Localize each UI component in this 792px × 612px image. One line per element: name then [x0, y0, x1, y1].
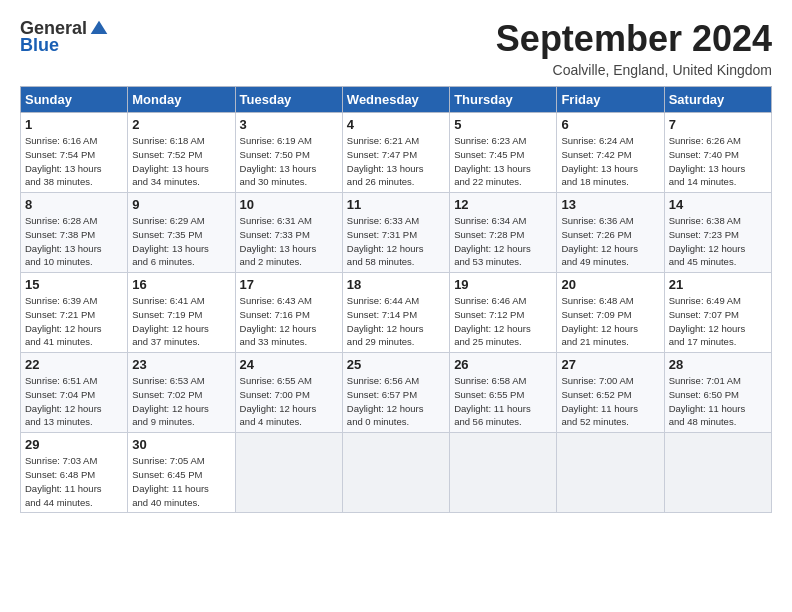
day-number: 26	[454, 357, 552, 372]
svg-marker-0	[91, 20, 108, 33]
day-number: 4	[347, 117, 445, 132]
calendar-cell: 23Sunrise: 6:53 AM Sunset: 7:02 PM Dayli…	[128, 353, 235, 433]
day-info: Sunrise: 6:36 AM Sunset: 7:26 PM Dayligh…	[561, 214, 659, 269]
calendar-cell: 3Sunrise: 6:19 AM Sunset: 7:50 PM Daylig…	[235, 113, 342, 193]
day-number: 14	[669, 197, 767, 212]
calendar-cell	[557, 433, 664, 513]
calendar-cell: 24Sunrise: 6:55 AM Sunset: 7:00 PM Dayli…	[235, 353, 342, 433]
weekday-header-row: SundayMondayTuesdayWednesdayThursdayFrid…	[21, 87, 772, 113]
calendar-cell	[450, 433, 557, 513]
calendar-cell: 16Sunrise: 6:41 AM Sunset: 7:19 PM Dayli…	[128, 273, 235, 353]
day-number: 21	[669, 277, 767, 292]
calendar-table: SundayMondayTuesdayWednesdayThursdayFrid…	[20, 86, 772, 513]
weekday-tuesday: Tuesday	[235, 87, 342, 113]
day-number: 13	[561, 197, 659, 212]
day-info: Sunrise: 6:16 AM Sunset: 7:54 PM Dayligh…	[25, 134, 123, 189]
day-info: Sunrise: 6:24 AM Sunset: 7:42 PM Dayligh…	[561, 134, 659, 189]
day-number: 19	[454, 277, 552, 292]
day-info: Sunrise: 6:53 AM Sunset: 7:02 PM Dayligh…	[132, 374, 230, 429]
day-number: 12	[454, 197, 552, 212]
day-info: Sunrise: 7:03 AM Sunset: 6:48 PM Dayligh…	[25, 454, 123, 509]
calendar-cell: 12Sunrise: 6:34 AM Sunset: 7:28 PM Dayli…	[450, 193, 557, 273]
day-number: 27	[561, 357, 659, 372]
day-info: Sunrise: 7:00 AM Sunset: 6:52 PM Dayligh…	[561, 374, 659, 429]
calendar-cell: 14Sunrise: 6:38 AM Sunset: 7:23 PM Dayli…	[664, 193, 771, 273]
week-row-4: 22Sunrise: 6:51 AM Sunset: 7:04 PM Dayli…	[21, 353, 772, 433]
day-info: Sunrise: 6:58 AM Sunset: 6:55 PM Dayligh…	[454, 374, 552, 429]
calendar-cell: 13Sunrise: 6:36 AM Sunset: 7:26 PM Dayli…	[557, 193, 664, 273]
location: Coalville, England, United Kingdom	[496, 62, 772, 78]
weekday-saturday: Saturday	[664, 87, 771, 113]
calendar-cell: 27Sunrise: 7:00 AM Sunset: 6:52 PM Dayli…	[557, 353, 664, 433]
calendar-cell: 22Sunrise: 6:51 AM Sunset: 7:04 PM Dayli…	[21, 353, 128, 433]
day-number: 23	[132, 357, 230, 372]
week-row-2: 8Sunrise: 6:28 AM Sunset: 7:38 PM Daylig…	[21, 193, 772, 273]
day-number: 24	[240, 357, 338, 372]
day-number: 3	[240, 117, 338, 132]
day-info: Sunrise: 6:34 AM Sunset: 7:28 PM Dayligh…	[454, 214, 552, 269]
day-info: Sunrise: 6:46 AM Sunset: 7:12 PM Dayligh…	[454, 294, 552, 349]
calendar-cell	[235, 433, 342, 513]
day-info: Sunrise: 6:33 AM Sunset: 7:31 PM Dayligh…	[347, 214, 445, 269]
day-number: 17	[240, 277, 338, 292]
week-row-3: 15Sunrise: 6:39 AM Sunset: 7:21 PM Dayli…	[21, 273, 772, 353]
day-info: Sunrise: 6:31 AM Sunset: 7:33 PM Dayligh…	[240, 214, 338, 269]
day-number: 22	[25, 357, 123, 372]
weekday-sunday: Sunday	[21, 87, 128, 113]
day-number: 18	[347, 277, 445, 292]
month-title: September 2024	[496, 18, 772, 60]
day-info: Sunrise: 6:26 AM Sunset: 7:40 PM Dayligh…	[669, 134, 767, 189]
day-number: 29	[25, 437, 123, 452]
day-number: 15	[25, 277, 123, 292]
logo-blue-text: Blue	[20, 35, 59, 56]
day-info: Sunrise: 6:18 AM Sunset: 7:52 PM Dayligh…	[132, 134, 230, 189]
weekday-thursday: Thursday	[450, 87, 557, 113]
day-info: Sunrise: 7:01 AM Sunset: 6:50 PM Dayligh…	[669, 374, 767, 429]
day-number: 30	[132, 437, 230, 452]
calendar-cell: 29Sunrise: 7:03 AM Sunset: 6:48 PM Dayli…	[21, 433, 128, 513]
day-info: Sunrise: 6:49 AM Sunset: 7:07 PM Dayligh…	[669, 294, 767, 349]
calendar-cell: 18Sunrise: 6:44 AM Sunset: 7:14 PM Dayli…	[342, 273, 449, 353]
calendar-cell	[664, 433, 771, 513]
day-info: Sunrise: 6:29 AM Sunset: 7:35 PM Dayligh…	[132, 214, 230, 269]
calendar-cell: 5Sunrise: 6:23 AM Sunset: 7:45 PM Daylig…	[450, 113, 557, 193]
day-number: 6	[561, 117, 659, 132]
day-number: 20	[561, 277, 659, 292]
calendar-cell: 21Sunrise: 6:49 AM Sunset: 7:07 PM Dayli…	[664, 273, 771, 353]
calendar-cell: 6Sunrise: 6:24 AM Sunset: 7:42 PM Daylig…	[557, 113, 664, 193]
day-info: Sunrise: 6:43 AM Sunset: 7:16 PM Dayligh…	[240, 294, 338, 349]
week-row-1: 1Sunrise: 6:16 AM Sunset: 7:54 PM Daylig…	[21, 113, 772, 193]
day-number: 10	[240, 197, 338, 212]
calendar-cell: 17Sunrise: 6:43 AM Sunset: 7:16 PM Dayli…	[235, 273, 342, 353]
calendar-page: General Blue September 2024 Coalville, E…	[0, 0, 792, 612]
calendar-cell: 7Sunrise: 6:26 AM Sunset: 7:40 PM Daylig…	[664, 113, 771, 193]
day-number: 2	[132, 117, 230, 132]
logo: General Blue	[20, 18, 109, 56]
day-number: 28	[669, 357, 767, 372]
day-info: Sunrise: 6:41 AM Sunset: 7:19 PM Dayligh…	[132, 294, 230, 349]
day-number: 8	[25, 197, 123, 212]
day-info: Sunrise: 6:23 AM Sunset: 7:45 PM Dayligh…	[454, 134, 552, 189]
calendar-cell: 4Sunrise: 6:21 AM Sunset: 7:47 PM Daylig…	[342, 113, 449, 193]
calendar-cell: 20Sunrise: 6:48 AM Sunset: 7:09 PM Dayli…	[557, 273, 664, 353]
day-number: 16	[132, 277, 230, 292]
day-number: 25	[347, 357, 445, 372]
day-info: Sunrise: 6:19 AM Sunset: 7:50 PM Dayligh…	[240, 134, 338, 189]
header: General Blue September 2024 Coalville, E…	[20, 18, 772, 78]
title-block: September 2024 Coalville, England, Unite…	[496, 18, 772, 78]
day-info: Sunrise: 6:39 AM Sunset: 7:21 PM Dayligh…	[25, 294, 123, 349]
week-row-5: 29Sunrise: 7:03 AM Sunset: 6:48 PM Dayli…	[21, 433, 772, 513]
day-info: Sunrise: 6:56 AM Sunset: 6:57 PM Dayligh…	[347, 374, 445, 429]
weekday-friday: Friday	[557, 87, 664, 113]
calendar-cell	[342, 433, 449, 513]
day-info: Sunrise: 6:38 AM Sunset: 7:23 PM Dayligh…	[669, 214, 767, 269]
day-info: Sunrise: 6:28 AM Sunset: 7:38 PM Dayligh…	[25, 214, 123, 269]
day-info: Sunrise: 6:48 AM Sunset: 7:09 PM Dayligh…	[561, 294, 659, 349]
day-number: 7	[669, 117, 767, 132]
calendar-cell: 8Sunrise: 6:28 AM Sunset: 7:38 PM Daylig…	[21, 193, 128, 273]
weekday-wednesday: Wednesday	[342, 87, 449, 113]
day-info: Sunrise: 6:44 AM Sunset: 7:14 PM Dayligh…	[347, 294, 445, 349]
day-info: Sunrise: 6:21 AM Sunset: 7:47 PM Dayligh…	[347, 134, 445, 189]
day-number: 11	[347, 197, 445, 212]
calendar-cell: 26Sunrise: 6:58 AM Sunset: 6:55 PM Dayli…	[450, 353, 557, 433]
